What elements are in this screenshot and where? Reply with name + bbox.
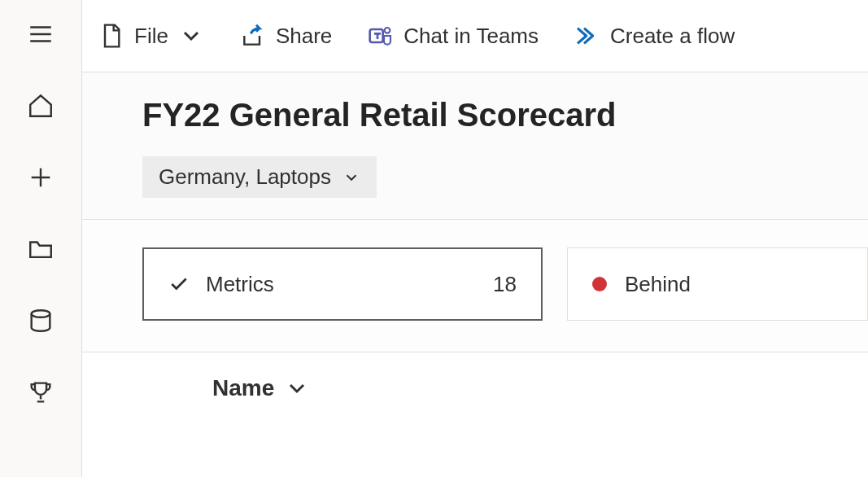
metrics-card[interactable]: Metrics 18 [142,247,543,321]
share-button[interactable]: Share [240,23,332,49]
metrics-card-label: Metrics [206,272,274,297]
behind-card[interactable]: Behind [567,247,868,321]
flow-icon [574,23,600,49]
trophy-icon[interactable] [23,374,59,410]
left-nav-rail [0,0,81,477]
home-icon[interactable] [23,88,59,124]
column-header-name-label: Name [212,375,274,401]
page-title: FY22 General Retail Scorecard [142,97,868,133]
svg-point-2 [385,28,390,33]
summary-cards-row: Metrics 18 Behind [82,219,868,352]
checkmark-icon [168,274,190,295]
metrics-card-count: 18 [493,272,517,297]
chat-teams-button[interactable]: Chat in Teams [368,23,539,49]
chevron-down-icon [178,23,204,49]
svg-rect-1 [370,29,383,42]
svg-point-0 [32,310,50,317]
filter-label: Germany, Laptops [159,164,331,190]
share-label: Share [276,24,332,49]
chevron-down-icon [342,168,360,186]
file-menu-button[interactable]: File [98,23,204,49]
hamburger-menu-button[interactable] [23,16,59,52]
behind-card-label: Behind [625,272,691,297]
create-flow-button[interactable]: Create a flow [574,23,735,49]
chat-teams-label: Chat in Teams [403,24,539,49]
teams-icon [368,23,394,49]
table-header-row: Name [82,352,868,401]
file-icon [98,23,124,49]
status-dot-red-icon [592,277,607,291]
chevron-down-icon [284,375,310,401]
main-content-area: File Share Chat in Teams Create a flow F [81,0,868,477]
plus-icon[interactable] [23,160,59,195]
file-menu-label: File [134,24,168,49]
column-header-name[interactable]: Name [212,375,310,401]
command-bar: File Share Chat in Teams Create a flow [82,0,868,72]
filter-dropdown[interactable]: Germany, Laptops [142,156,377,198]
database-icon[interactable] [23,303,59,339]
page-header: FY22 General Retail Scorecard Germany, L… [82,72,868,219]
share-icon [240,23,266,49]
create-flow-label: Create a flow [610,24,735,49]
folder-icon[interactable] [23,231,59,267]
